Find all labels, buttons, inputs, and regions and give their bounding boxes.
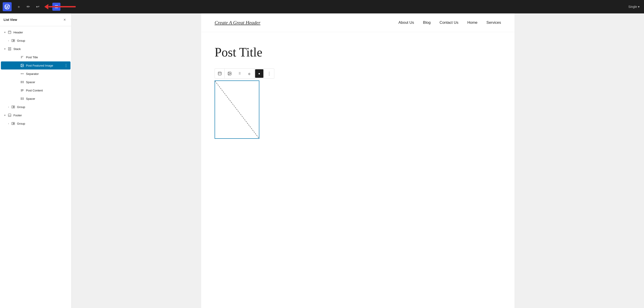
plus-icon: ＋: [17, 4, 21, 10]
group-icon: [11, 38, 16, 43]
tree-label-group3: Group: [17, 122, 69, 125]
svg-rect-25: [8, 114, 11, 117]
more-options-icon[interactable]: ⋮: [63, 63, 69, 68]
wordpress-logo[interactable]: [3, 2, 12, 11]
arrow-line: [49, 6, 76, 8]
nav-contact-us[interactable]: Contact Us: [440, 20, 458, 25]
sidebar-header: List View ×: [0, 14, 72, 26]
image-block-type-button[interactable]: [225, 69, 234, 78]
block-toolbar: ⠿ ● ⋮: [214, 68, 274, 79]
tree-item-group2[interactable]: › Group: [1, 103, 70, 111]
svg-point-33: [229, 73, 229, 73]
tree-item-group1[interactable]: › Group: [1, 37, 70, 45]
close-list-view-button[interactable]: ×: [62, 17, 68, 23]
footer-icon: [7, 113, 12, 118]
tree-label-post-featured-image: Post Featured Image: [26, 64, 63, 67]
styles-button[interactable]: ●: [255, 69, 264, 78]
tree-item-post-content[interactable]: › Post Content: [1, 86, 70, 94]
arrow-head: [44, 4, 48, 10]
undo-button[interactable]: ↩: [34, 3, 42, 11]
undo-icon: ↩: [36, 4, 40, 9]
view-mode-label: Single: [628, 5, 637, 9]
group2-icon: [11, 104, 16, 109]
tree-item-footer[interactable]: ▾ Footer: [1, 111, 70, 119]
nav-about-us[interactable]: About Us: [398, 20, 414, 25]
nav-blog[interactable]: Blog: [423, 20, 430, 25]
tree-label-stack: Stack: [14, 47, 69, 51]
brush-icon: ●: [258, 72, 260, 75]
featured-image-icon: [20, 63, 24, 68]
drag-handle-button[interactable]: ⠿: [234, 69, 244, 78]
editor-canvas: Create A Great Header About Us Blog Cont…: [72, 14, 644, 308]
tree-item-spacer2[interactable]: › Spacer: [1, 95, 70, 103]
sidebar-title: List View: [4, 18, 17, 22]
svg-rect-22: [12, 106, 13, 108]
add-block-button[interactable]: ＋: [15, 3, 23, 11]
transform-block-button[interactable]: [215, 69, 225, 78]
tree-label-header: Header: [14, 31, 69, 34]
svg-rect-3: [14, 40, 15, 41]
red-arrow-annotation: [45, 4, 76, 10]
chevron-right-icon: ›: [6, 105, 11, 109]
image-icon: [228, 72, 232, 76]
edit-mode-button[interactable]: ✏: [24, 3, 32, 11]
main-toolbar: ＋ ✏ ↩ ↪ ☰ Single ▾: [0, 0, 644, 14]
tree-item-post-featured-image[interactable]: › Post Featured Image ⋮: [1, 61, 70, 70]
spacer2-icon: [20, 96, 24, 101]
chevron-right-icon: ›: [6, 121, 11, 126]
wp-logo-icon: [4, 4, 10, 10]
svg-line-34: [215, 81, 259, 138]
chevron-right-icon: ›: [6, 38, 11, 43]
featured-image-block[interactable]: [214, 80, 259, 139]
svg-rect-28: [14, 122, 15, 123]
pencil-icon: ✏: [27, 4, 30, 9]
list-view-panel: List View × ▾ Header › Group: [0, 14, 72, 308]
canvas-inner: Create A Great Header About Us Blog Cont…: [201, 14, 514, 308]
svg-rect-5: [8, 48, 11, 48]
tree-item-header[interactable]: ▾ Header: [1, 28, 70, 36]
up-down-arrows-icon: [248, 72, 251, 75]
svg-rect-6: [8, 49, 11, 50]
tree-label-post-content: Post Content: [26, 89, 69, 92]
toolbar-right-area: Single ▾: [628, 5, 640, 9]
featured-image-placeholder: [215, 81, 259, 138]
svg-point-10: [22, 65, 22, 65]
toolbar-group-center: ⠿: [225, 69, 254, 78]
site-logo[interactable]: Create A Great Header: [214, 20, 260, 26]
svg-rect-23: [14, 106, 15, 107]
tree-label-spacer1: Spacer: [26, 80, 69, 84]
tree-item-spacer1[interactable]: › Spacer: [1, 78, 70, 86]
tree-label-separator: Separator: [26, 72, 69, 76]
chevron-down-icon: ▾: [3, 30, 7, 35]
view-mode-dropdown[interactable]: Single ▾: [628, 5, 640, 9]
tree-item-group3[interactable]: › Group: [1, 119, 70, 127]
nav-home[interactable]: Home: [467, 20, 477, 25]
svg-rect-0: [8, 31, 11, 34]
separator-icon: [20, 71, 24, 76]
transform-icon: [218, 72, 222, 76]
spacer-icon: [20, 80, 24, 84]
arrows-button[interactable]: [244, 69, 254, 78]
post-area: Post Title ⠿: [201, 32, 514, 148]
tree-item-post-title[interactable]: › Post Title: [1, 53, 70, 61]
svg-rect-24: [14, 107, 15, 108]
close-icon: ×: [64, 18, 66, 22]
placeholder-svg: [215, 81, 259, 138]
chevron-down-icon: ▾: [3, 47, 7, 51]
tree-item-stack[interactable]: ▾ Stack: [1, 45, 70, 53]
tree-label-group2: Group: [17, 105, 69, 109]
tree-item-separator[interactable]: › Separator: [1, 70, 70, 78]
svg-rect-30: [218, 72, 221, 75]
site-nav: About Us Blog Contact Us Home Services: [398, 20, 501, 25]
svg-rect-29: [14, 124, 15, 125]
stack-icon: [7, 46, 12, 51]
post-content-icon: [20, 88, 24, 93]
dropdown-arrow-icon: ▾: [638, 5, 640, 9]
block-tree: ▾ Header › Group ▾ Stack: [0, 26, 72, 308]
tree-label-post-title: Post Title: [26, 56, 69, 59]
more-block-options-button[interactable]: ⋮: [264, 69, 274, 78]
nav-services[interactable]: Services: [486, 20, 501, 25]
group3-icon: [11, 121, 16, 126]
svg-rect-27: [12, 122, 13, 125]
chevron-down-icon: ▾: [3, 113, 7, 117]
